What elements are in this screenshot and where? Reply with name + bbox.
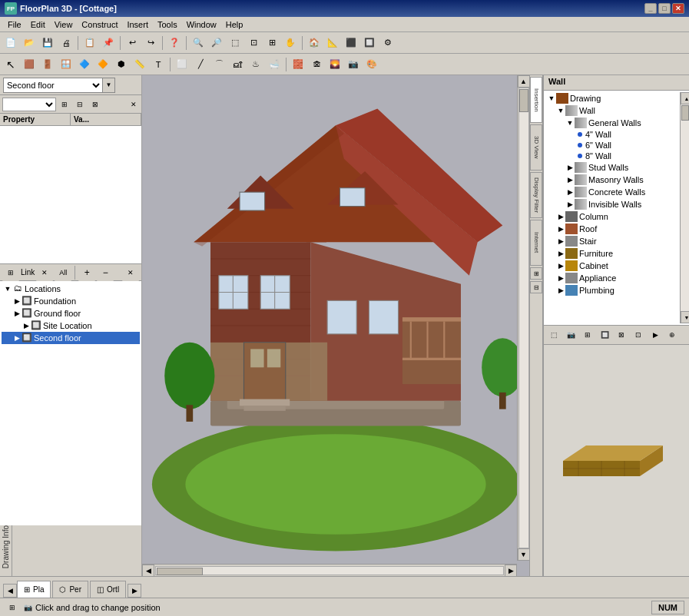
- tb-print[interactable]: 🖨: [58, 35, 75, 51]
- canvas-wrapper[interactable]: ▲ ▼ ◀ ▶: [142, 75, 529, 576]
- prop-btn1[interactable]: ⊞: [58, 98, 71, 111]
- tb-camera[interactable]: 📷: [345, 56, 362, 73]
- wtree-column[interactable]: ▶ Column: [544, 210, 680, 223]
- tree-locations-root[interactable]: ▼ 🗂 Locations: [2, 283, 140, 295]
- tb-roof-tool[interactable]: 🔷: [76, 56, 93, 73]
- scroll-track-h[interactable]: [155, 566, 504, 575]
- wtree-general-walls[interactable]: ▼ General Walls: [544, 117, 680, 129]
- tb-3d-5[interactable]: ⚙: [379, 35, 396, 51]
- wtree-appliance[interactable]: ▶ Appliance: [544, 272, 680, 284]
- scroll-left-arrow[interactable]: ◀: [142, 565, 154, 577]
- tb-copy[interactable]: 📋: [81, 35, 98, 51]
- tb-pan[interactable]: ✋: [282, 35, 299, 51]
- status-icon1[interactable]: ⊞: [5, 601, 20, 614]
- tb-arc-tool[interactable]: ⌒: [210, 56, 227, 73]
- wall-scroll-track[interactable]: [681, 104, 689, 311]
- wtree-drawing[interactable]: ▼ Drawing: [544, 92, 680, 104]
- tb-zoom-fit[interactable]: ⊡: [245, 35, 262, 51]
- tb-terrain[interactable]: 🌄: [326, 56, 343, 73]
- tb-wall-tool[interactable]: 🟫: [21, 56, 38, 73]
- wtree-furniture[interactable]: ▶ Furniture: [544, 247, 680, 260]
- wtree-wall[interactable]: ▼ Wall: [544, 104, 680, 117]
- menu-window[interactable]: Window: [182, 18, 221, 31]
- tab-nav-right[interactable]: ▶: [128, 584, 141, 598]
- tb-line-tool[interactable]: ╱: [192, 56, 209, 73]
- tb-open[interactable]: 📂: [21, 35, 38, 51]
- wall-scroll-up[interactable]: ▲: [681, 92, 689, 104]
- tree-site-location[interactable]: ▶ 🔲 Site Location: [2, 320, 140, 332]
- drawing-info-tab[interactable]: Drawing Info: [0, 525, 12, 576]
- scroll-thumb-h[interactable]: [157, 568, 203, 575]
- rt-btn5[interactable]: ⊠: [614, 327, 629, 343]
- scroll-down-arrow[interactable]: ▼: [518, 548, 530, 561]
- tb-zoom-in[interactable]: 🔍: [190, 35, 207, 51]
- tb-3droof[interactable]: 🏚: [308, 56, 325, 73]
- vtab-display-filter[interactable]: Display Filter: [530, 172, 542, 218]
- wtree-cabinet[interactable]: ▶ Cabinet: [544, 260, 680, 272]
- rt-btn6[interactable]: ⊡: [631, 327, 646, 343]
- loc-btn-remove[interactable]: −: [97, 264, 114, 281]
- menu-file[interactable]: File: [3, 18, 26, 31]
- wtree-stud-walls[interactable]: ▶ Stud Walls: [544, 161, 680, 174]
- minimize-button[interactable]: _: [644, 3, 657, 14]
- wtree-invisible-walls[interactable]: ▶ Invisible Walls: [544, 198, 680, 210]
- tab-nav-left[interactable]: ◀: [3, 584, 17, 598]
- scroll-thumb-v[interactable]: [519, 89, 528, 112]
- tb-save[interactable]: 💾: [39, 35, 56, 51]
- loc-btn-all[interactable]: All: [55, 264, 71, 281]
- tb-3d-3[interactable]: ⬛: [343, 35, 359, 51]
- canvas-scrollbar-horizontal[interactable]: ◀ ▶: [142, 564, 517, 576]
- vtab-icon2[interactable]: ⊟: [530, 281, 542, 293]
- tab-plan[interactable]: ⊞ Pla: [17, 581, 51, 598]
- tb-window-tool[interactable]: 🪟: [58, 56, 75, 73]
- menu-tools[interactable]: Tools: [153, 18, 182, 31]
- prop-type-select[interactable]: [2, 98, 56, 111]
- scroll-track-v[interactable]: [518, 88, 529, 548]
- loc-btn-add[interactable]: +: [78, 264, 95, 281]
- menu-edit[interactable]: Edit: [26, 18, 50, 31]
- wall-scroll-thumb[interactable]: [681, 105, 689, 121]
- tb-3d-1[interactable]: 🏠: [306, 35, 323, 51]
- menu-construct[interactable]: Construct: [77, 18, 122, 31]
- tb-undo[interactable]: ↩: [124, 35, 141, 51]
- tb-3dwall[interactable]: 🧱: [290, 56, 306, 73]
- tb-stove-tool[interactable]: ♨: [247, 56, 264, 73]
- wtree-plumbing[interactable]: ▶ Plumbing: [544, 284, 680, 296]
- scroll-right-arrow[interactable]: ▶: [505, 565, 517, 577]
- tb-help[interactable]: ❓: [166, 35, 183, 51]
- wtree-masonry-walls[interactable]: ▶ Masonry Walls: [544, 174, 680, 186]
- maximize-button[interactable]: □: [658, 3, 671, 14]
- tb-room-tool[interactable]: ⬢: [113, 56, 130, 73]
- menu-view[interactable]: View: [50, 18, 78, 31]
- vtab-internet[interactable]: Internet: [530, 220, 542, 266]
- tab-perspective[interactable]: ⬡ Per: [52, 581, 88, 598]
- tb-furn-tool[interactable]: 🛋: [229, 56, 246, 73]
- rt-btn7[interactable]: ▶: [648, 327, 663, 343]
- close-panel-btn[interactable]: ✕: [128, 99, 139, 110]
- wtree-roof[interactable]: ▶ Roof: [544, 223, 680, 235]
- tb-3d-4[interactable]: 🔲: [361, 35, 378, 51]
- wall-tree-scrollbar[interactable]: ▲ ▼: [680, 92, 689, 323]
- close-loc-btn[interactable]: ✕: [122, 264, 139, 281]
- rt-btn4[interactable]: 🔲: [597, 327, 612, 343]
- prop-btn2[interactable]: ⊟: [73, 98, 87, 111]
- close-button[interactable]: ✕: [672, 3, 684, 14]
- tree-second-floor[interactable]: ▶ 🔲 Second floor: [2, 332, 140, 344]
- tab-ortho[interactable]: ◫ Ortl: [90, 581, 126, 598]
- wall-scroll-down[interactable]: ▼: [681, 311, 689, 323]
- tb-zoom-out[interactable]: 🔎: [208, 35, 225, 51]
- loc-btn-delete[interactable]: ✕: [36, 264, 53, 281]
- rt-btn3[interactable]: ⊞: [580, 327, 595, 343]
- tb-select[interactable]: ↖: [2, 56, 19, 73]
- wtree-6inch-wall[interactable]: 6" Wall: [544, 140, 680, 151]
- tb-paste[interactable]: 📌: [100, 35, 117, 51]
- vtab-icon1[interactable]: ⊞: [530, 267, 542, 280]
- floor-dropdown-arrow[interactable]: ▼: [103, 78, 115, 93]
- scroll-up-arrow[interactable]: ▲: [518, 75, 530, 88]
- canvas-scrollbar-vertical[interactable]: ▲ ▼: [517, 75, 529, 561]
- status-icon2[interactable]: 📷: [20, 601, 35, 614]
- loc-btn-link[interactable]: ⊞: [2, 264, 19, 281]
- wtree-4inch-wall[interactable]: 4" Wall: [544, 129, 680, 140]
- menu-insert[interactable]: Insert: [122, 18, 153, 31]
- wtree-stair[interactable]: ▶ Stair: [544, 235, 680, 247]
